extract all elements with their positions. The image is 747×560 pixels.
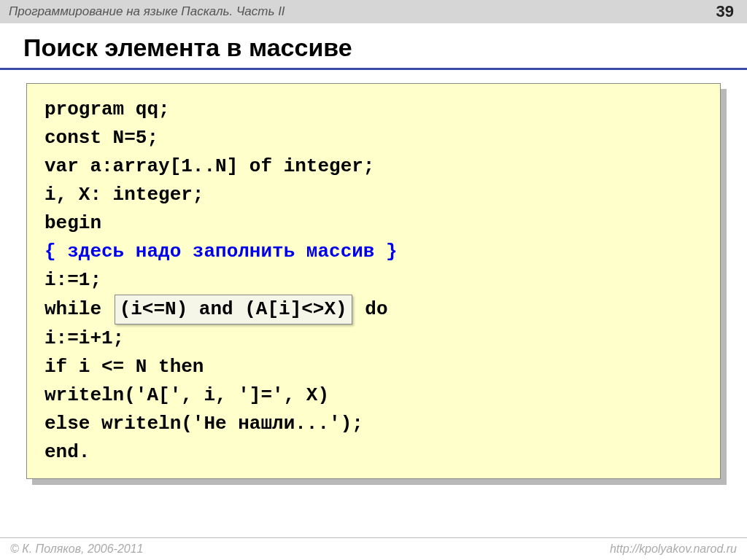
slide-footer: © К. Поляков, 2006-2011 http://kpolyakov… bbox=[0, 537, 747, 560]
copyright-text: © К. Поляков, 2006-2011 bbox=[10, 542, 143, 556]
code-line: else writeln('Не нашли...'); bbox=[44, 410, 703, 438]
code-line: writeln('A[', i, ']=', X) bbox=[44, 381, 703, 410]
page-number: 39 bbox=[712, 2, 738, 21]
code-line: program qq; bbox=[44, 96, 703, 124]
code-line: end. bbox=[44, 438, 703, 467]
code-line: begin bbox=[44, 209, 703, 238]
code-line: i:=1; bbox=[44, 266, 703, 295]
code-line: if i <= N then bbox=[44, 353, 703, 381]
code-line: var a:array[1..N] of integer; bbox=[44, 152, 703, 181]
footer-url: http://kpolyakov.narod.ru bbox=[610, 542, 737, 556]
course-title: Программирование на языке Паскаль. Часть… bbox=[9, 4, 285, 19]
code-line: const N=5; bbox=[44, 124, 703, 152]
code-block: program qq; const N=5; var a:array[1..N]… bbox=[26, 83, 721, 479]
code-example: program qq; const N=5; var a:array[1..N]… bbox=[26, 83, 721, 479]
code-comment: { здесь надо заполнить массив } bbox=[44, 238, 703, 266]
code-line: i:=i+1; bbox=[44, 324, 703, 353]
slide-header: Программирование на языке Паскаль. Часть… bbox=[0, 0, 747, 23]
code-line: i, X: integer; bbox=[44, 181, 703, 209]
slide-title: Поиск элемента в массиве bbox=[0, 23, 747, 70]
loop-condition-highlight: (i<=N) and (A[i]<>X) bbox=[115, 295, 352, 324]
code-line-while: while (i<=N) and (A[i]<>X) do bbox=[44, 295, 703, 324]
